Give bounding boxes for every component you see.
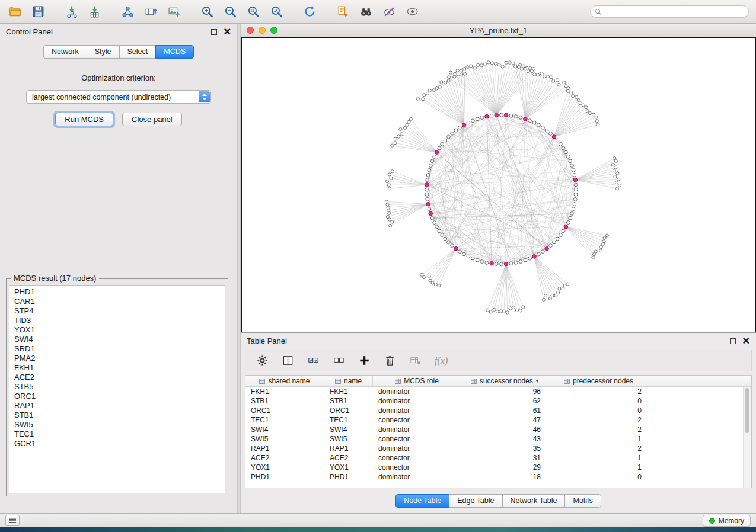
mcds-result-list[interactable]: PHD1CAR1STP4TID3YOX1SWI4SRD1PMA2FKH1ACE2… <box>9 285 225 493</box>
mcds-result-item[interactable]: STB1 <box>9 411 225 420</box>
import-network-icon[interactable] <box>63 4 79 20</box>
cell-predecessor-nodes: 2 <box>548 444 649 453</box>
export-network-icon[interactable] <box>120 4 135 20</box>
table-row[interactable]: RAP1RAP1dominator352 <box>245 444 751 453</box>
tab-edge-table[interactable]: Edge Table <box>449 494 502 508</box>
search-input[interactable] <box>605 7 744 17</box>
optimization-criterion-select[interactable]: largest connected component (undirected) <box>26 90 211 104</box>
cell-mcds-role: connector <box>373 435 461 443</box>
table-panel-header: Table Panel ✕ <box>241 333 756 349</box>
table-row[interactable]: ACE2ACE2connector311 <box>245 453 751 463</box>
table-row[interactable]: FKH1FKH1dominator962 <box>245 387 751 396</box>
cell-name: YOX1 <box>324 463 373 472</box>
float-panel-icon[interactable] <box>730 338 736 344</box>
cell-successor-nodes: 61 <box>461 406 548 415</box>
folder-open-icon[interactable] <box>7 4 23 20</box>
zoom-selected-icon[interactable] <box>269 4 284 20</box>
duplicate-network-icon[interactable] <box>335 4 350 20</box>
mcds-result-item[interactable]: PMA2 <box>9 354 225 363</box>
mcds-result-item[interactable]: SWI5 <box>9 420 225 430</box>
search-icon <box>595 8 602 15</box>
table-row[interactable]: TEC1TEC1connector472 <box>245 415 751 425</box>
tab-network-table[interactable]: Network Table <box>502 494 566 508</box>
zoom-in-icon[interactable] <box>199 4 215 20</box>
add-row-icon[interactable] <box>356 353 372 368</box>
mcds-result-item[interactable]: TEC1 <box>9 430 225 439</box>
cell-successor-nodes: 96 <box>461 387 548 396</box>
tab-motifs[interactable]: Motifs <box>564 494 601 508</box>
column-header-predecessor-nodes[interactable]: predecessor nodes <box>548 376 649 386</box>
column-header-shared-name[interactable]: shared name <box>245 376 324 386</box>
column-header-name[interactable]: name <box>324 376 373 386</box>
column-header-mcds-role[interactable]: MCDS role <box>373 376 461 386</box>
mcds-result-item[interactable]: TID3 <box>9 316 225 325</box>
save-icon[interactable] <box>30 4 46 20</box>
mcds-result-item[interactable]: RAP1 <box>9 401 225 411</box>
control-panel-tabs: NetworkStyleSelectMCDS <box>0 45 237 59</box>
tab-mcds[interactable]: MCDS <box>155 45 194 59</box>
dropdown-stepper-icon[interactable] <box>199 91 210 102</box>
zoom-fit-icon[interactable] <box>245 4 261 20</box>
close-panel-button[interactable]: Close panel <box>122 113 182 126</box>
gear-icon[interactable] <box>254 353 270 368</box>
function-builder-button[interactable]: f(x) <box>435 355 448 366</box>
table-row[interactable]: SWI4SWI4dominator462 <box>245 425 751 434</box>
table-row[interactable]: PHD1PHD1dominator180 <box>245 472 751 482</box>
mcds-result-item[interactable]: SWI4 <box>9 335 225 344</box>
mcds-result-item[interactable]: YOX1 <box>9 325 225 335</box>
mcds-result-item[interactable]: PHD1 <box>9 287 225 297</box>
status-menu-button[interactable] <box>5 515 20 526</box>
search-network-icon[interactable] <box>358 4 374 20</box>
tab-select[interactable]: Select <box>119 45 157 59</box>
export-table-icon[interactable] <box>143 4 158 20</box>
column-header-icon <box>335 379 341 384</box>
network-window-title: YPA_prune.txt_1 <box>241 26 756 35</box>
cell-name: FKH1 <box>324 387 373 396</box>
close-panel-icon[interactable]: ✕ <box>224 29 231 35</box>
delete-table-icon[interactable] <box>407 353 423 368</box>
table-row[interactable]: SWI5SWI5connector431 <box>245 434 751 444</box>
mcds-result-item[interactable]: GCR1 <box>9 439 225 448</box>
table-row[interactable]: YOX1YOX1connector291 <box>245 463 751 472</box>
style-eye-icon[interactable] <box>381 4 397 20</box>
search-field[interactable] <box>590 5 749 18</box>
deselect-all-icon[interactable] <box>331 353 346 368</box>
mcds-result-item[interactable]: ACE2 <box>9 373 225 382</box>
import-table-icon[interactable] <box>87 4 102 20</box>
mcds-result-item[interactable]: CAR1 <box>9 297 225 306</box>
export-image-icon[interactable] <box>166 4 181 20</box>
mcds-result-item[interactable]: STP4 <box>9 306 225 316</box>
cell-predecessor-nodes: 2 <box>548 387 649 396</box>
table-row[interactable]: ORC1ORC1dominator610 <box>245 406 751 415</box>
zoom-out-icon[interactable] <box>222 4 238 20</box>
tab-style[interactable]: Style <box>87 45 120 59</box>
mcds-result-item[interactable]: ORC1 <box>9 392 225 401</box>
float-panel-icon[interactable] <box>211 29 217 35</box>
select-all-icon[interactable] <box>305 353 321 368</box>
network-view-canvas[interactable] <box>241 37 756 332</box>
tab-network[interactable]: Network <box>43 45 87 59</box>
toolbar-group <box>120 4 181 20</box>
show-hide-icon[interactable] <box>404 4 420 20</box>
mcds-result-item[interactable]: STB5 <box>9 382 225 392</box>
mcds-result-item[interactable]: FKH1 <box>9 363 225 373</box>
close-panel-icon[interactable]: ✕ <box>742 338 750 344</box>
memory-button[interactable]: Memory <box>703 515 751 527</box>
delete-row-icon[interactable] <box>382 353 397 368</box>
column-menu-arrow-icon[interactable]: ▾ <box>536 378 539 384</box>
mcds-result-item[interactable]: SRD1 <box>9 344 225 354</box>
cell-name: ACE2 <box>324 454 373 462</box>
network-graph[interactable] <box>242 38 755 332</box>
column-icon[interactable] <box>280 353 295 368</box>
column-header-successor-nodes[interactable]: successor nodes▾ <box>461 376 548 386</box>
table-row[interactable]: STB1STB1dominator620 <box>245 396 751 406</box>
cell-name: ORC1 <box>324 406 373 415</box>
refresh-icon[interactable] <box>302 4 317 20</box>
criterion-selected-value: largest connected component (undirected) <box>32 93 171 101</box>
table-scrollbar[interactable] <box>743 387 751 488</box>
run-mcds-button[interactable]: Run MCDS <box>55 113 113 126</box>
scrollbar-thumb[interactable] <box>745 388 749 433</box>
tab-node-table[interactable]: Node Table <box>395 494 449 508</box>
cell-successor-nodes: 47 <box>461 416 548 424</box>
toolbar-group <box>335 4 420 20</box>
